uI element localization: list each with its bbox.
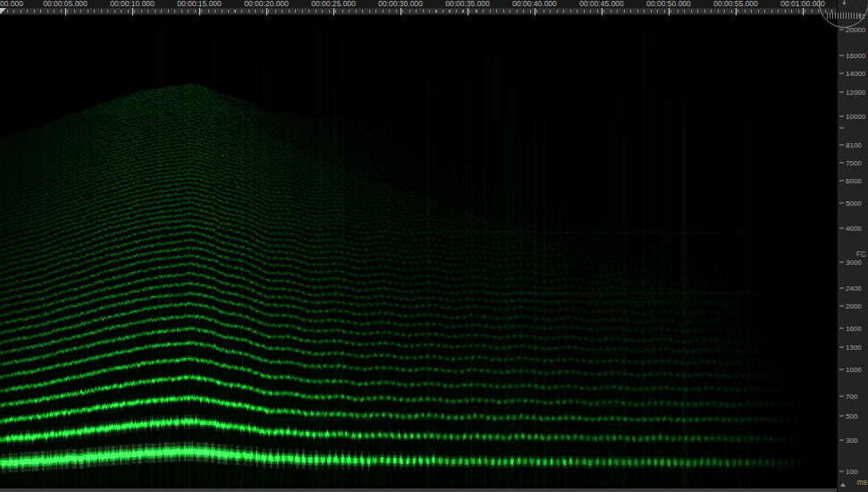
frequency-tick-icon	[839, 55, 844, 56]
ms-unit-label: ms	[857, 478, 867, 487]
timeline-label: 00:00:20.000	[244, 0, 289, 8]
frequency-ruler[interactable]: Hz 20000 16000 14000 12000 10000	[837, 0, 868, 492]
frequency-label: 500	[846, 412, 857, 420]
frequency-tick-row: 16000	[839, 52, 865, 60]
scroll-caret-icon[interactable]	[840, 483, 846, 487]
timeline-label: 00:00:25.000	[311, 0, 356, 8]
frequency-tick-row: 3000	[839, 259, 862, 267]
timeline-major-tick	[199, 8, 200, 15]
frequency-tick-icon	[839, 306, 844, 307]
frequency-label: 12000	[846, 89, 865, 97]
timeline-labels: 00.00000:00:05.00000:00:10.00000:00:15.0…	[0, 0, 837, 8]
frequency-tick-icon	[839, 328, 844, 329]
timeline-label: 00:00:50.000	[646, 0, 691, 8]
frequency-tick-row: 1000	[839, 366, 862, 374]
frequency-tick-icon	[839, 416, 844, 417]
timeline-label: 00:00:55.000	[713, 0, 758, 8]
spectral-editor-window: 00.00000:00:05.00000:00:10.00000:00:15.0…	[0, 0, 868, 492]
frequency-label: 700	[846, 393, 857, 401]
fc-label: FC	[856, 250, 866, 259]
frequency-tick-icon	[839, 163, 844, 164]
timeline-label: 00:00:45.000	[579, 0, 624, 8]
timeline-label: 00:00:15.000	[177, 0, 222, 8]
frequency-label: 2400	[846, 284, 862, 293]
frequency-label: 1000	[846, 366, 862, 374]
frequency-tick-row: 4000	[839, 225, 862, 233]
frequency-label: 6000	[846, 177, 862, 185]
frequency-tick-row: 700	[839, 393, 857, 401]
frequency-label: 1300	[846, 344, 862, 352]
horizontal-scrollbar[interactable]	[0, 488, 837, 492]
frequency-tick-row: 10000	[839, 113, 865, 121]
timeline-major-tick	[65, 8, 66, 15]
timeline-major-tick	[736, 8, 737, 15]
frequency-tick-row: 5000	[839, 199, 862, 208]
frequency-tick-row: 8100	[839, 141, 862, 149]
frequency-tick-icon	[839, 347, 844, 348]
frequency-tick-icon	[839, 73, 844, 74]
frequency-tick-row	[839, 124, 846, 132]
frequency-label: 4000	[846, 225, 862, 233]
frequency-tick-row: 12000	[839, 89, 865, 97]
timeline-major-tick	[400, 8, 401, 15]
timeline-label: 00.000	[0, 0, 23, 8]
frequency-label: 7000	[846, 159, 862, 167]
frequency-tick-row: 14000	[839, 70, 865, 78]
frequency-tick-icon	[839, 440, 844, 441]
frequency-label: 8100	[846, 141, 862, 149]
frequency-label: 1600	[846, 325, 862, 333]
frequency-tick-icon	[839, 128, 844, 129]
frequency-tick-row: 300	[839, 437, 857, 445]
timeline-label: 00:00:30.000	[378, 0, 423, 8]
frequency-tick-row: 1300	[839, 344, 862, 352]
frequency-label: 100	[846, 468, 857, 476]
timeline-ticks	[0, 8, 837, 15]
timeline-major-tick	[333, 8, 334, 15]
frequency-tick-icon	[839, 30, 844, 30]
timeline-major-tick	[132, 8, 133, 15]
frequency-tick-icon	[839, 92, 844, 93]
frequency-tick-icon	[839, 396, 844, 397]
frequency-label: 5000	[846, 199, 862, 208]
timeline-major-tick	[669, 8, 670, 15]
frequency-tick-icon	[839, 116, 844, 117]
timeline-label: 00:00:10.000	[110, 0, 155, 8]
frequency-tick-row: 1600	[839, 325, 862, 333]
frequency-tick-row: 2000	[839, 302, 862, 310]
frequency-label: 10000	[846, 113, 865, 121]
timeline-ruler[interactable]: 00.00000:00:05.00000:00:10.00000:00:15.0…	[0, 0, 837, 15]
knob-center-dot-icon	[843, 2, 846, 4]
frequency-tick-row: 7000	[839, 159, 862, 167]
frequency-tick-icon	[839, 369, 844, 370]
timeline-major-tick	[266, 8, 267, 15]
frequency-tick-icon	[839, 262, 844, 263]
timeline-major-tick	[535, 8, 535, 15]
timeline-major-tick	[803, 8, 804, 15]
frequency-tick-row: 500	[839, 412, 857, 420]
frequency-tick-icon	[839, 288, 844, 289]
frequency-tick-row: 2400	[839, 284, 862, 293]
frequency-label: 14000	[846, 70, 865, 78]
frequency-label: 300	[846, 437, 857, 445]
knob-scale-ticks-icon	[827, 13, 861, 19]
playhead-marker-icon[interactable]	[0, 8, 6, 14]
frequency-tick-row: 100	[839, 468, 857, 476]
frequency-tick-icon	[839, 228, 844, 229]
timeline-label: 00:00:05.000	[43, 0, 88, 8]
spectrogram-canvas[interactable]	[0, 15, 837, 488]
frequency-label: 3000	[846, 259, 862, 267]
frequency-label: 16000	[846, 52, 865, 60]
frequency-tick-icon	[839, 181, 844, 182]
frequency-tick-icon	[839, 471, 844, 472]
frequency-label: 2000	[846, 302, 862, 310]
timeline-major-tick	[602, 8, 603, 15]
frequency-tick-row: 6000	[839, 177, 862, 185]
timeline-label: 00:00:35.000	[445, 0, 490, 8]
frequency-tick-icon	[839, 145, 844, 146]
frequency-tick-icon	[839, 203, 844, 204]
timeline-label: 00:00:40.000	[512, 0, 557, 8]
timeline-major-tick	[468, 8, 468, 15]
